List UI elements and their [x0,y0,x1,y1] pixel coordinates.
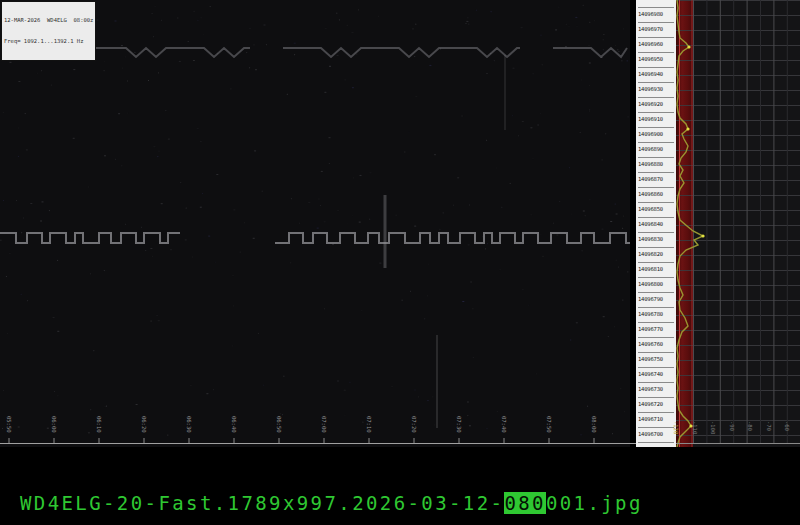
frequency-tick-label: 14096830 [638,236,674,242]
frequency-tick-line [638,442,674,443]
frequency-tick-label: 14096910 [638,116,674,122]
time-tick-label: 06:40 [231,416,237,442]
time-tick-label: 07:00 [321,416,327,442]
frequency-tick-line [638,127,674,128]
frequency-tick-label: 14096820 [638,251,674,257]
frequency-tick-line [638,337,674,338]
filename-prefix: WD4ELG-20-Fast.1789x997.2026-03-12- [20,492,504,514]
frequency-scale: 1409698014096970140969601409695014096940… [636,0,676,447]
frequency-tick-line [638,187,674,188]
time-tick-label: 07:10 [366,416,372,442]
frequency-tick-label: 14096720 [638,401,674,407]
frequency-tick-label: 14096920 [638,101,674,107]
db-tick-label: -80 [747,421,753,445]
frequency-tick-line [638,232,674,233]
frequency-tick-label: 14096700 [638,431,674,437]
time-tick-label: 06:10 [96,416,102,442]
frequency-tick-line [638,427,674,428]
frequency-tick-line [638,112,674,113]
qrss-grabber-screenshot: 1409698014096970140969601409695014096940… [0,0,800,525]
frequency-tick-label: 14096940 [638,71,674,77]
spectrum-red-band [676,0,693,447]
frequency-tick-line [638,157,674,158]
frequency-tick-line [638,352,674,353]
frequency-tick-label: 14096740 [638,371,674,377]
frequency-tick-label: 14096810 [638,266,674,272]
info-box-freq-range: Freq= 1092.1...1392.1 Hz [4,38,93,45]
time-tick-label: 07:50 [546,416,552,442]
frequency-tick-line [638,382,674,383]
frequency-tick-line [638,247,674,248]
filename-caption: WD4ELG-20-Fast.1789x997.2026-03-12-08000… [20,492,643,514]
time-tick-label: 06:50 [276,416,282,442]
frequency-tick-line [638,82,674,83]
time-tick-label: 06:00 [51,416,57,442]
frequency-tick-label: 14096790 [638,296,674,302]
time-tick-label: 06:20 [141,416,147,442]
db-tick-label: -90 [729,421,735,445]
frequency-tick-label: 14096780 [638,311,674,317]
db-tick-label: -60 [784,421,790,445]
frequency-tick-line [638,142,674,143]
frequency-tick-line [638,412,674,413]
frequency-tick-line [638,292,674,293]
frequency-tick-label: 14096870 [638,176,674,182]
frequency-tick-line [638,37,674,38]
frequency-tick-label: 14096890 [638,146,674,152]
frequency-tick-label: 14096760 [638,341,674,347]
frequency-tick-line [638,322,674,323]
frequency-tick-line [638,367,674,368]
waterfall-panel [0,0,630,447]
filename-highlight: 080 [504,492,546,514]
frequency-tick-label: 14096950 [638,56,674,62]
frequency-tick-label: 14096880 [638,161,674,167]
time-tick-label: 07:40 [501,416,507,442]
frequency-tick-label: 14096730 [638,386,674,392]
frequency-tick-line [638,262,674,263]
frequency-tick-label: 14096800 [638,281,674,287]
db-tick-label: -120 [673,421,679,445]
frequency-tick-label: 14096980 [638,11,674,17]
filename-suffix: 001.jpg [546,492,643,514]
frequency-tick-line [638,307,674,308]
spectrum-grid-panel [693,0,800,447]
info-box: 12-MAR-2026 WD4ELG 08:00z Freq= 1092.1..… [1,1,96,61]
frequency-tick-line [638,397,674,398]
frequency-tick-line [638,22,674,23]
frequency-tick-label: 14096850 [638,206,674,212]
frequency-tick-label: 14096930 [638,86,674,92]
time-tick-label: 07:20 [411,416,417,442]
frequency-tick-line [638,67,674,68]
db-tick-label: -70 [766,421,772,445]
frequency-tick-label: 14096710 [638,416,674,422]
frequency-tick-label: 14096900 [638,131,674,137]
time-tick-label: 08:00 [591,416,597,442]
frequency-tick-line [638,217,674,218]
time-tick-label: 05:50 [6,416,12,442]
frequency-tick-line [638,7,674,8]
info-box-datetime: 12-MAR-2026 WD4ELG 08:00z [4,17,93,24]
frequency-tick-line [638,97,674,98]
frequency-tick-label: 14096770 [638,326,674,332]
time-tick-label: 07:30 [456,416,462,442]
db-tick-label: -100 [710,421,716,445]
frequency-tick-label: 14096960 [638,41,674,47]
time-tick-label: 06:30 [186,416,192,442]
frequency-tick-line [638,52,674,53]
frequency-tick-line [638,202,674,203]
frequency-tick-label: 14096750 [638,356,674,362]
db-tick-label: -110 [692,421,698,445]
frequency-tick-label: 14096840 [638,221,674,227]
frequency-tick-label: 14096970 [638,26,674,32]
frequency-tick-line [638,172,674,173]
frequency-tick-line [638,277,674,278]
frequency-tick-label: 14096860 [638,191,674,197]
